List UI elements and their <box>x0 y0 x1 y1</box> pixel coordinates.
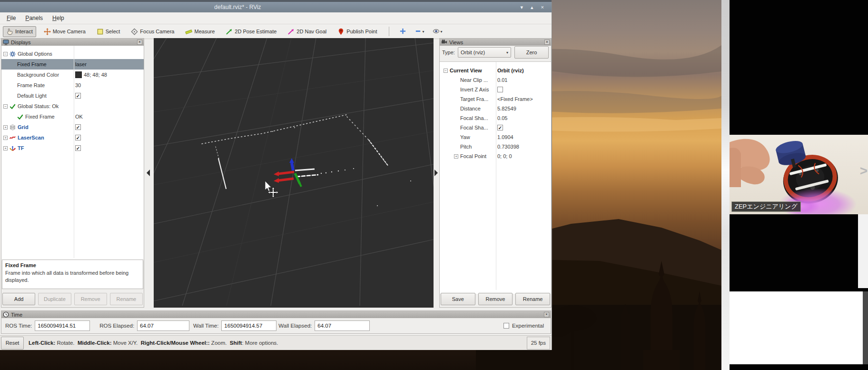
maximize-button[interactable]: ▴ <box>531 4 533 10</box>
view-type-dropdown[interactable]: Orbit (rviz) ▾ <box>458 47 511 58</box>
displays-row-grid[interactable]: +Grid✓ <box>1 122 144 132</box>
menu-file[interactable]: File <box>2 13 20 23</box>
views-row-distance[interactable]: Distance5.82549 <box>440 104 551 113</box>
toolbar-button-measure[interactable]: Measure <box>182 26 218 37</box>
status-hint-key: Left-Click: <box>29 340 55 346</box>
toolbar-button-2d-pose-estimate[interactable]: 2D Pose Estimate <box>222 26 280 37</box>
views-row-yaw[interactable]: Yaw1.0904 <box>440 132 551 142</box>
checkbox[interactable]: ✓ <box>75 145 81 151</box>
property-name: Focal Point <box>460 153 486 159</box>
property-value: 30 <box>75 82 81 88</box>
toolbar-label: Move Camera <box>53 29 86 34</box>
checkbox[interactable]: ✓ <box>75 135 81 140</box>
render-viewport[interactable] <box>154 38 434 308</box>
views-row-target-fra[interactable]: Target Fra...<Fixed Frame> <box>440 94 551 104</box>
minimize-button[interactable]: ▾ <box>521 4 523 10</box>
expand-plus-icon[interactable]: + <box>3 136 8 140</box>
time-panel: Time × ROS Time:ROS Elapsed:Wall Time:Wa… <box>1 310 551 334</box>
toolbar-label: Publish Point <box>346 29 377 34</box>
toolbar-button-zoom-out-minus-icon[interactable]: ▾ <box>413 26 426 37</box>
title-bar[interactable]: default.rviz* - RViz ▾ ▴ × <box>0 2 552 12</box>
reset-button[interactable]: Reset <box>1 337 24 350</box>
displays-row-default-light[interactable]: Default Light✓ <box>1 90 144 101</box>
views-row-invert-z-axis[interactable]: Invert Z Axis <box>440 85 551 94</box>
collapse-right-panel-arrow[interactable] <box>434 170 438 176</box>
ros-time-input[interactable] <box>35 320 90 331</box>
toolbar-button-visibility-eye-icon[interactable]: ▾ <box>431 26 444 37</box>
rename-button[interactable]: Rename <box>515 293 550 305</box>
experimental-checkbox[interactable] <box>503 323 509 329</box>
viewport-3d-scene <box>154 38 434 308</box>
displays-row-laserscan[interactable]: +LaserScan✓ <box>1 132 144 143</box>
property-name: Fixed Frame <box>17 61 47 67</box>
toolbar-button-move-camera[interactable]: Move Camera <box>40 26 89 37</box>
carousel-next-icon[interactable]: > <box>860 163 868 179</box>
views-row-focal-point[interactable]: +Focal Point0; 0; 0 <box>440 151 551 161</box>
property-name: Focal Sha... <box>460 115 488 121</box>
checkbox[interactable]: ✓ <box>497 125 503 130</box>
displays-row-fixed-frame[interactable]: Fixed Framelaser <box>1 59 144 70</box>
wall-elapsed-input[interactable] <box>315 320 370 331</box>
checkbox[interactable]: ✓ <box>75 124 81 130</box>
toolbar-button-publish-point[interactable]: Publish Point <box>334 26 380 37</box>
remove-button[interactable]: Remove <box>478 293 513 305</box>
property-name: Fixed Frame <box>25 114 55 120</box>
toolbar-button-interact[interactable]: Interact <box>3 26 36 37</box>
visibility-eye-icon <box>433 28 440 36</box>
displays-close-icon[interactable]: × <box>137 40 142 45</box>
view-type-row: Type: Orbit (rviz) ▾ Zero <box>442 47 549 58</box>
menu-panels[interactable]: Panels <box>20 13 48 23</box>
add-button[interactable]: Add <box>2 293 35 305</box>
collapse-left-panel-arrow[interactable] <box>147 170 150 176</box>
displays-row-tf[interactable]: +TF✓ <box>1 143 144 153</box>
views-row-pitch[interactable]: Pitch0.730398 <box>440 142 551 151</box>
video-letterbox-top <box>730 0 868 135</box>
displays-row-global-options[interactable]: −Global Options <box>1 49 144 59</box>
expand-plus-icon[interactable]: + <box>454 154 458 159</box>
page-scrollbar[interactable] <box>721 0 730 370</box>
save-button[interactable]: Save <box>441 293 475 305</box>
toolbar-button-zoom-in-plus-icon[interactable] <box>397 26 408 37</box>
collapse-minus-icon[interactable]: − <box>3 52 8 56</box>
toolbar-button-2d-nav-goal[interactable]: 2D Nav Goal <box>284 26 330 37</box>
property-name: Distance <box>460 106 481 111</box>
ros-elapsed-input[interactable] <box>137 320 189 331</box>
displays-row-background-color[interactable]: Background Color48; 48; 48 <box>1 70 144 80</box>
property-description-box: Fixed Frame Frame into which all data is… <box>2 260 143 289</box>
property-value: OK <box>75 114 83 120</box>
expand-plus-icon[interactable]: + <box>3 125 8 130</box>
property-name: Frame Rate <box>17 82 45 88</box>
page-gray-strip <box>863 291 868 364</box>
value-text: laser <box>75 61 87 67</box>
views-row-focal-sha[interactable]: Focal Sha...✓ <box>440 123 551 132</box>
displays-row-frame-rate[interactable]: Frame Rate30 <box>1 80 144 90</box>
close-button[interactable]: × <box>541 4 544 10</box>
checkbox[interactable]: ✓ <box>75 93 81 99</box>
views-row-focal-sha[interactable]: Focal Sha...0.05 <box>440 113 551 123</box>
toolbar-label: 2D Pose Estimate <box>235 29 276 34</box>
displays-row-global-status-ok[interactable]: −Global Status: Ok <box>1 101 144 111</box>
ros-elapsed-field: ROS Elapsed: <box>99 320 189 331</box>
collapse-minus-icon[interactable]: − <box>444 69 448 73</box>
time-panel-header[interactable]: Time × <box>1 311 551 318</box>
time-close-icon[interactable]: × <box>544 312 549 317</box>
views-panel-header[interactable]: Views × <box>440 39 551 46</box>
views-close-icon[interactable]: × <box>544 40 550 45</box>
checkbox[interactable] <box>497 87 503 92</box>
views-row-current-view[interactable]: −Current ViewOrbit (rviz) <box>440 66 551 75</box>
toolbar-button-focus-camera[interactable]: Focus Camera <box>128 26 178 37</box>
menu-help[interactable]: Help <box>48 13 69 23</box>
displays-panel-title: Displays <box>11 40 31 45</box>
expand-plus-icon[interactable]: + <box>3 146 8 150</box>
views-tree: −Current ViewOrbit (rviz)Near Clip ...0.… <box>440 62 551 294</box>
views-camera-icon <box>441 39 447 45</box>
collapse-minus-icon[interactable]: − <box>3 104 8 109</box>
property-name: Invert Z Axis <box>460 87 489 92</box>
wall-time-input[interactable] <box>221 320 276 331</box>
displays-panel-header[interactable]: Displays × <box>1 39 144 46</box>
zero-button[interactable]: Zero <box>514 46 549 59</box>
toolbar-button-select[interactable]: Select <box>93 26 124 37</box>
displays-row-fixed-frame[interactable]: Fixed FrameOK <box>1 111 144 122</box>
property-value: 0.730398 <box>497 144 519 150</box>
views-row-near-clip[interactable]: Near Clip ...0.01 <box>440 75 551 85</box>
